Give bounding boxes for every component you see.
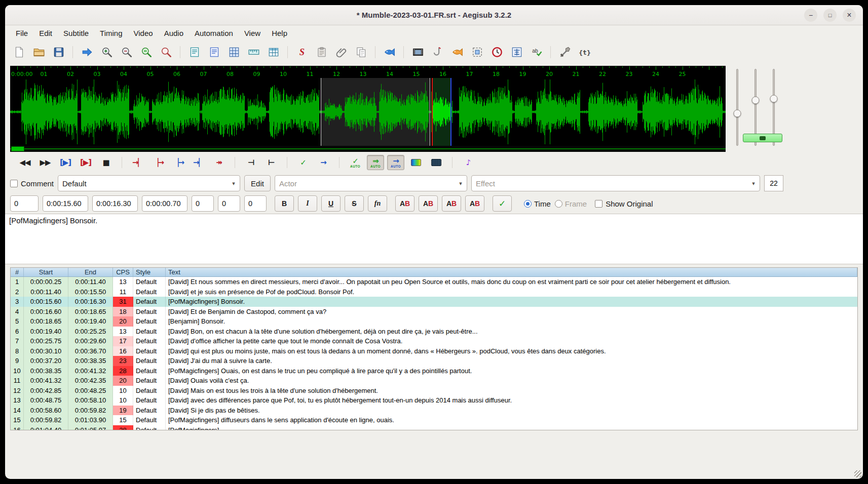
outline-color-button[interactable]: AB	[442, 195, 461, 212]
menu-audio[interactable]: Audio	[159, 25, 189, 42]
maximize-button[interactable]: □	[823, 9, 837, 22]
frame-radio[interactable]: Frame	[555, 199, 587, 208]
styles-manager-button[interactable]: S	[292, 44, 312, 61]
margin-vertical-field[interactable]: 0	[244, 195, 267, 212]
menu-help[interactable]: Help	[266, 25, 293, 42]
play-current-line-button[interactable]: [▶]	[77, 155, 94, 170]
menu-automation[interactable]: Automation	[189, 25, 239, 42]
options-button[interactable]	[555, 44, 575, 61]
zoom-reset-button[interactable]	[156, 44, 176, 61]
play-last-500ms-button[interactable]: →▏	[190, 155, 207, 170]
comment-checkbox[interactable]	[10, 180, 18, 187]
titlebar[interactable]: * Mumble-2023-03-01.FR.srt - Aegisub 3.2…	[5, 5, 863, 25]
spell-checker-button[interactable]: ab	[526, 44, 546, 61]
effect-select[interactable]: Effect ▾	[471, 175, 760, 191]
slider-thumb[interactable]	[752, 97, 760, 104]
font-button[interactable]: fn	[368, 195, 387, 212]
go-to-selection-button[interactable]: →	[315, 155, 332, 170]
zoom-to-selection-button[interactable]	[136, 44, 156, 61]
select-lines-button[interactable]	[467, 44, 487, 61]
menu-file[interactable]: File	[10, 25, 33, 42]
copy-lines-button[interactable]	[351, 44, 371, 61]
actor-select[interactable]: Actor ▾	[275, 175, 467, 191]
new-subtitles-button[interactable]	[9, 44, 29, 61]
seek-backward-button[interactable]: ◀◀	[16, 155, 33, 170]
play-selection-button[interactable]: [▶]	[57, 155, 74, 170]
play-500ms-after-selection-button[interactable]: ▕→	[149, 155, 167, 170]
auto-commit-button[interactable]: ✓AUTO	[347, 155, 364, 170]
subtitle-text-editor[interactable]: [PofMagicfingers] Bonsoir.	[5, 214, 863, 264]
subtitle-row-6[interactable]: 60:00:19.400:00:25.2513Default[David] Bo…	[11, 327, 857, 337]
subtitle-row-1[interactable]: 10:00:00.250:00:11.4013Default[David] Et…	[11, 277, 857, 287]
automation-manager-button[interactable]	[380, 44, 399, 61]
comment-toggle[interactable]: Comment	[10, 179, 54, 188]
auto-scroll-button[interactable]: →AUTO	[387, 155, 404, 170]
play-to-end-button[interactable]: ↠	[210, 155, 228, 170]
layer-spinner[interactable]: 0	[10, 195, 39, 212]
menu-timing[interactable]: Timing	[94, 25, 128, 42]
shadow-color-button[interactable]: AB	[465, 195, 484, 212]
karaoke-mode-button[interactable]: ♪	[460, 155, 477, 170]
resize-grip[interactable]	[854, 470, 861, 477]
audio-scrollbar-thumb[interactable]	[11, 146, 24, 151]
subtitle-row-15[interactable]: 150:00:59.820:01:03.9015Default[PofMagic…	[11, 415, 857, 425]
zoom-out-button[interactable]	[117, 44, 136, 61]
timing-postprocessor-button[interactable]	[244, 44, 263, 61]
subtitle-row-4[interactable]: 40:00:16.600:00:18.6518Default[David] Et…	[11, 307, 857, 317]
subtitle-row-13[interactable]: 130:00:48.750:00:58.1010Default[David] a…	[11, 395, 857, 406]
save-subtitles-button[interactable]	[49, 44, 68, 61]
subtitle-row-9[interactable]: 90:00:37.200:00:38.3523Default[David] J'…	[11, 356, 857, 366]
column-header-text[interactable]: Text	[166, 268, 857, 276]
zoom-in-button[interactable]	[97, 44, 117, 61]
shift-times-button[interactable]	[487, 44, 507, 61]
translation-assistant-button[interactable]: {t}	[575, 44, 594, 61]
attachments-button[interactable]	[331, 44, 351, 61]
close-button[interactable]: ×	[843, 9, 856, 22]
radio-off-icon[interactable]	[555, 200, 562, 208]
find-replace-button[interactable]	[184, 44, 204, 61]
spectrum-analyzer-mode-button[interactable]	[407, 155, 425, 170]
resample-resolution-button[interactable]	[224, 44, 244, 61]
play-first-500ms-button[interactable]: ▕→	[170, 155, 187, 170]
column-header-end[interactable]: End	[68, 268, 113, 276]
add-lead-out-button[interactable]: ⊢	[262, 155, 280, 170]
edit-style-button[interactable]: Edit	[244, 175, 271, 191]
subtitle-row-14[interactable]: 140:00:58.600:00:59.8219Default[David] S…	[11, 406, 857, 416]
subtitle-row-5[interactable]: 50:00:18.650:00:19.4020Default[Benjamin]…	[11, 316, 857, 327]
subtitle-row-2[interactable]: 20:00:11.400:00:15.5011Default[David] et…	[11, 287, 857, 297]
subtitle-row-8[interactable]: 80:00:30.100:00:36.7016Default[David] qu…	[11, 346, 857, 356]
menu-edit[interactable]: Edit	[33, 25, 58, 42]
show-original-checkbox[interactable]	[595, 200, 602, 208]
import-export-button[interactable]	[204, 44, 224, 61]
play-500ms-before-selection-button[interactable]: →▏	[129, 155, 146, 170]
seek-forward-button[interactable]: ▶▶	[36, 155, 54, 170]
start-time-field[interactable]: 0:00:15.60	[43, 195, 88, 212]
subtitle-row-3[interactable]: 30:00:15.600:00:16.3031Default[PofMagicf…	[11, 297, 857, 307]
minimize-button[interactable]: −	[804, 9, 817, 22]
add-lead-in-button[interactable]: ⊣	[242, 155, 259, 170]
subtitle-row-16[interactable]: 160:01:04.400:01:05.9728Default[PofMagic…	[11, 425, 857, 431]
subtitle-row-11[interactable]: 110:00:41.320:00:42.3520Default[David] O…	[11, 376, 857, 386]
underline-button[interactable]: U	[321, 195, 341, 212]
column-header-style[interactable]: Style	[133, 268, 166, 276]
primary-color-button[interactable]: AB	[395, 195, 414, 212]
strikeout-button[interactable]: S	[345, 195, 364, 212]
audio-waveform[interactable]	[10, 66, 726, 146]
secondary-color-button[interactable]: AB	[419, 195, 438, 212]
style-select[interactable]: Default ▾	[58, 175, 240, 191]
slider-thumb[interactable]	[770, 95, 778, 103]
time-radio[interactable]: Time	[524, 199, 551, 208]
slider-thumb[interactable]	[734, 110, 741, 117]
commit-button[interactable]: ✓	[493, 195, 512, 212]
end-time-field[interactable]: 0:00:16.30	[92, 195, 138, 212]
commit-timing-button[interactable]: ✓	[294, 155, 312, 170]
menu-subtitle[interactable]: Subtitle	[58, 25, 94, 42]
horizontal-zoom-slider[interactable]	[732, 69, 743, 146]
column-header-num[interactable]: #	[11, 268, 24, 276]
audio-hook-button[interactable]	[428, 44, 447, 61]
column-header-start[interactable]: Start	[24, 268, 68, 276]
menu-view[interactable]: View	[239, 25, 266, 42]
margin-right-field[interactable]: 0	[218, 195, 240, 212]
show-original-toggle[interactable]: Show Original	[595, 199, 653, 208]
jump-to-time-button[interactable]	[77, 44, 97, 61]
